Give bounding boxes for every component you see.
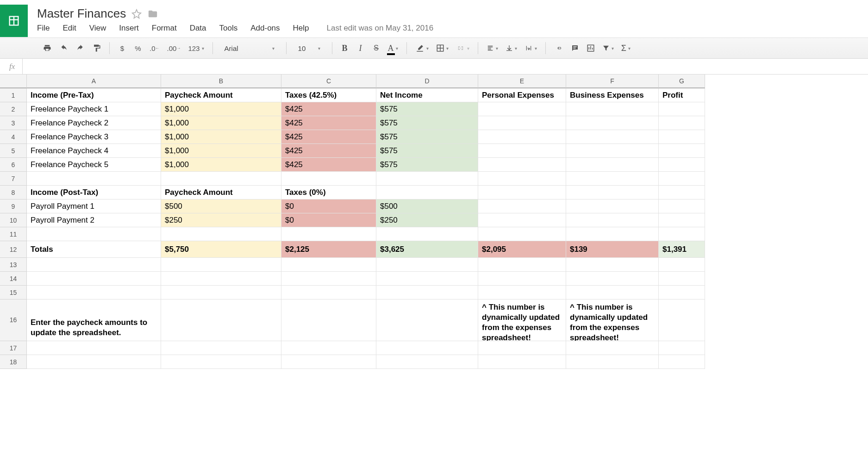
cell-B6[interactable]: $1,000 bbox=[161, 158, 281, 172]
insert-comment-button[interactable] bbox=[569, 42, 581, 55]
cell-F12[interactable]: $139 bbox=[566, 241, 659, 258]
format-percent[interactable]: % bbox=[132, 42, 144, 55]
row-head-4[interactable]: 4 bbox=[0, 130, 27, 144]
cell-B3[interactable]: $1,000 bbox=[161, 116, 281, 130]
cell-D10[interactable]: $250 bbox=[376, 213, 478, 227]
font-size-select[interactable]: 10▾ bbox=[293, 41, 325, 55]
format-currency[interactable]: $ bbox=[116, 42, 128, 55]
strikethrough-button[interactable]: S bbox=[370, 42, 382, 55]
cell-B11[interactable] bbox=[161, 227, 281, 241]
row-head-3[interactable]: 3 bbox=[0, 116, 27, 130]
cell-D3[interactable]: $575 bbox=[376, 116, 478, 130]
doc-title[interactable]: Master Finances bbox=[37, 6, 126, 21]
menu-insert[interactable]: Insert bbox=[119, 24, 139, 33]
cell-F7[interactable] bbox=[566, 172, 659, 186]
cell-B14[interactable] bbox=[161, 272, 281, 286]
cell-C7[interactable] bbox=[281, 172, 376, 186]
cell-C12[interactable]: $2,125 bbox=[281, 241, 376, 258]
cell-C1[interactable]: Taxes (42.5%) bbox=[281, 88, 376, 102]
menu-view[interactable]: View bbox=[89, 24, 106, 33]
cell-E4[interactable] bbox=[478, 130, 566, 144]
cell-A3[interactable]: Freelance Paycheck 2 bbox=[27, 116, 161, 130]
cell-E5[interactable] bbox=[478, 144, 566, 158]
cell-C14[interactable] bbox=[281, 272, 376, 286]
cell-A5[interactable]: Freelance Paycheck 4 bbox=[27, 144, 161, 158]
cell-C11[interactable] bbox=[281, 227, 376, 241]
cell-C8[interactable]: Taxes (0%) bbox=[281, 186, 376, 200]
cell-B2[interactable]: $1,000 bbox=[161, 102, 281, 116]
cell-D11[interactable] bbox=[376, 227, 478, 241]
cell-A4[interactable]: Freelance Paycheck 3 bbox=[27, 130, 161, 144]
cell-G12[interactable]: $1,391 bbox=[659, 241, 705, 258]
cell-B18[interactable] bbox=[161, 355, 281, 369]
cell-A8[interactable]: Income (Post-Tax) bbox=[27, 186, 161, 200]
cell-G10[interactable] bbox=[659, 213, 705, 227]
row-head-5[interactable]: 5 bbox=[0, 144, 27, 158]
row-head-12[interactable]: 12 bbox=[0, 241, 27, 258]
cell-F5[interactable] bbox=[566, 144, 659, 158]
select-all-corner[interactable] bbox=[0, 75, 27, 88]
row-head-6[interactable]: 6 bbox=[0, 158, 27, 172]
cell-G9[interactable] bbox=[659, 200, 705, 213]
cell-C3[interactable]: $425 bbox=[281, 116, 376, 130]
cell-G8[interactable] bbox=[659, 186, 705, 200]
vertical-align-button[interactable]: ▾ bbox=[504, 42, 519, 55]
cell-B1[interactable]: Paycheck Amount bbox=[161, 88, 281, 102]
cell-A13[interactable] bbox=[27, 258, 161, 272]
cell-E16[interactable]: ^ This number is dynamically updated fro… bbox=[478, 299, 566, 341]
cell-G5[interactable] bbox=[659, 144, 705, 158]
cell-E15[interactable] bbox=[478, 286, 566, 299]
cell-A15[interactable] bbox=[27, 286, 161, 299]
cell-D13[interactable] bbox=[376, 258, 478, 272]
cell-E8[interactable] bbox=[478, 186, 566, 200]
menu-help[interactable]: Help bbox=[293, 24, 309, 33]
cell-A2[interactable]: Freelance Paycheck 1 bbox=[27, 102, 161, 116]
print-icon[interactable] bbox=[41, 42, 54, 55]
row-head-14[interactable]: 14 bbox=[0, 272, 27, 286]
cell-B4[interactable]: $1,000 bbox=[161, 130, 281, 144]
cell-A9[interactable]: Payroll Payment 1 bbox=[27, 200, 161, 213]
cell-D12[interactable]: $3,625 bbox=[376, 241, 478, 258]
cell-E17[interactable] bbox=[478, 341, 566, 355]
cell-B16[interactable] bbox=[161, 299, 281, 341]
cell-D14[interactable] bbox=[376, 272, 478, 286]
cell-D2[interactable]: $575 bbox=[376, 102, 478, 116]
col-head-B[interactable]: B bbox=[161, 75, 281, 88]
cell-D6[interactable]: $575 bbox=[376, 158, 478, 172]
cell-E14[interactable] bbox=[478, 272, 566, 286]
col-head-F[interactable]: F bbox=[566, 75, 659, 88]
cell-B9[interactable]: $500 bbox=[161, 200, 281, 213]
cell-D18[interactable] bbox=[376, 355, 478, 369]
folder-icon[interactable] bbox=[147, 9, 158, 19]
cell-A6[interactable]: Freelance Paycheck 5 bbox=[27, 158, 161, 172]
cell-F10[interactable] bbox=[566, 213, 659, 227]
spreadsheet-grid[interactable]: A B C D E F G 1 Income (Pre-Tax) Paychec… bbox=[0, 75, 868, 369]
cell-G11[interactable] bbox=[659, 227, 705, 241]
sheets-logo[interactable] bbox=[0, 5, 28, 37]
cell-F9[interactable] bbox=[566, 200, 659, 213]
merge-cells-button[interactable]: ▾ bbox=[454, 42, 471, 55]
cell-D8[interactable] bbox=[376, 186, 478, 200]
cell-F2[interactable] bbox=[566, 102, 659, 116]
row-head-17[interactable]: 17 bbox=[0, 341, 27, 355]
cell-C13[interactable] bbox=[281, 258, 376, 272]
cell-E11[interactable] bbox=[478, 227, 566, 241]
cell-D4[interactable]: $575 bbox=[376, 130, 478, 144]
cell-D7[interactable] bbox=[376, 172, 478, 186]
italic-button[interactable]: I bbox=[355, 42, 367, 55]
cell-A7[interactable] bbox=[27, 172, 161, 186]
row-head-11[interactable]: 11 bbox=[0, 227, 27, 241]
cell-A11[interactable] bbox=[27, 227, 161, 241]
paint-format-icon[interactable] bbox=[91, 42, 103, 55]
cell-A12[interactable]: Totals bbox=[27, 241, 161, 258]
cell-F14[interactable] bbox=[566, 272, 659, 286]
undo-icon[interactable] bbox=[57, 42, 70, 55]
insert-chart-button[interactable] bbox=[585, 42, 597, 55]
menu-file[interactable]: File bbox=[37, 24, 50, 33]
insert-link-button[interactable] bbox=[552, 42, 565, 55]
cell-C16[interactable] bbox=[281, 299, 376, 341]
cell-C15[interactable] bbox=[281, 286, 376, 299]
cell-C6[interactable]: $425 bbox=[281, 158, 376, 172]
cell-G2[interactable] bbox=[659, 102, 705, 116]
col-head-C[interactable]: C bbox=[281, 75, 376, 88]
